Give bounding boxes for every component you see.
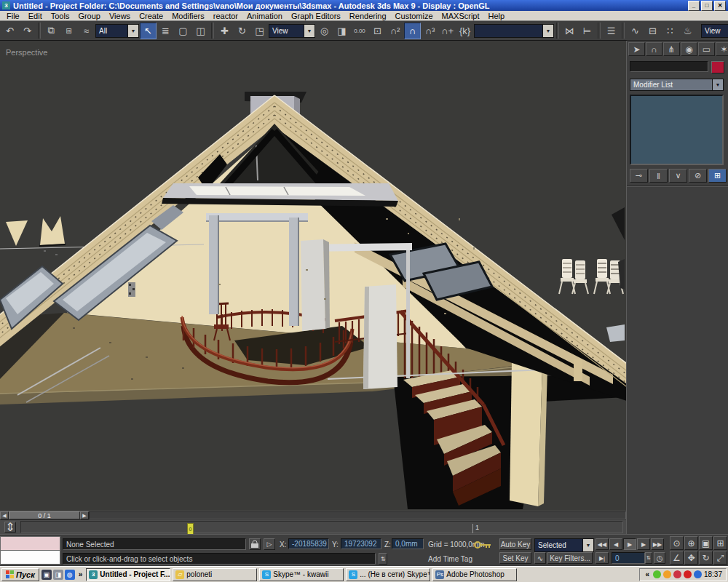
field-of-view-button[interactable]: ∠ xyxy=(670,551,684,565)
close-button[interactable]: ✕ xyxy=(714,1,726,11)
maximize-button[interactable]: □ xyxy=(701,1,713,11)
tray-chevron[interactable]: « xyxy=(644,570,651,578)
snaps-toggle-3d-icon[interactable]: ∩³ xyxy=(422,23,438,39)
time-slider-right-arrow[interactable]: ▶ xyxy=(80,511,89,519)
viewport-label[interactable]: Perspective xyxy=(6,48,47,57)
menu-item-animation[interactable]: Animation xyxy=(242,12,287,20)
select-by-name-icon[interactable]: ≣ xyxy=(157,23,174,39)
go-to-end-button[interactable]: ▶▶ xyxy=(651,538,664,550)
bind-to-space-warp-icon[interactable]: ≈ xyxy=(78,23,95,39)
menu-item-tools[interactable]: Tools xyxy=(47,12,74,20)
dropdown-arrow-icon[interactable]: ▼ xyxy=(582,539,593,551)
show-end-result-button[interactable]: ‖ xyxy=(649,169,668,183)
pan-button[interactable]: ✥ xyxy=(684,551,698,565)
tab-create[interactable]: ➤ xyxy=(628,42,645,56)
z-coordinate-field[interactable]: 0,0mm xyxy=(392,538,424,549)
quicklaunch-icon-3[interactable]: ◍ xyxy=(65,570,75,580)
start-button[interactable]: Пуск xyxy=(1,568,39,581)
menu-item-views[interactable]: Views xyxy=(105,12,135,20)
select-and-scale-icon[interactable]: ◳ xyxy=(251,23,268,39)
pin-stack-button[interactable]: ⊸ xyxy=(630,169,648,183)
auto-key-button[interactable]: Auto Key xyxy=(499,538,531,550)
task-poloneti[interactable]: ▱poloneti xyxy=(173,568,257,581)
task-3dsmax[interactable]: 3Untitled - Project F... xyxy=(86,568,170,581)
menu-item-file[interactable]: File xyxy=(2,12,24,20)
set-key-button[interactable]: Set Key xyxy=(499,552,531,564)
dropdown-arrow-icon[interactable]: ▼ xyxy=(712,79,723,90)
material-editor-icon[interactable]: ∷ xyxy=(662,23,678,39)
window-crossing-icon[interactable]: ◫ xyxy=(192,23,209,39)
next-frame-button[interactable]: ▶ xyxy=(637,538,650,550)
mirror-icon[interactable]: ⋈ xyxy=(561,23,578,39)
modifier-stack[interactable] xyxy=(630,95,724,165)
angle-snap-icon[interactable]: {k} xyxy=(456,23,473,39)
layer-manager-icon[interactable]: ☰ xyxy=(603,23,620,39)
maximize-viewport-button[interactable]: ⤢ xyxy=(713,551,727,565)
remove-modifier-button[interactable]: ⊘ xyxy=(689,169,707,183)
select-and-manipulate-icon[interactable]: ◨ xyxy=(333,23,350,39)
modifier-list-dropdown[interactable]: Modifier List ▼ xyxy=(630,79,724,91)
menu-item-customize[interactable]: Customize xyxy=(391,12,438,20)
tab-hierarchy[interactable]: ⋔ xyxy=(663,42,680,56)
object-color-swatch[interactable] xyxy=(711,61,724,73)
unlink-selection-icon[interactable]: ⧈ xyxy=(60,23,77,39)
dropdown-arrow-icon[interactable]: ▼ xyxy=(127,25,138,37)
quicklaunch-icon-1[interactable]: ▣ xyxy=(41,570,52,580)
tray-icon-1[interactable] xyxy=(653,570,661,578)
selection-filter-dropdown[interactable]: All ▼ xyxy=(95,24,139,38)
menu-item-help[interactable]: Help xyxy=(484,12,510,20)
undo-icon[interactable]: ↶ xyxy=(1,23,18,39)
task-photoshop[interactable]: PsAdobe Photoshop xyxy=(432,568,517,581)
dropdown-arrow-icon[interactable]: ▼ xyxy=(542,25,553,37)
zoom-button[interactable]: ⊙ xyxy=(670,536,684,550)
menu-item-create[interactable]: Create xyxy=(135,12,167,20)
prompt-spinner[interactable]: ⇅ xyxy=(379,553,387,565)
tray-icon-3[interactable] xyxy=(673,570,681,578)
tab-modify[interactable]: ∩ xyxy=(646,42,662,56)
reference-coordinate-dropdown[interactable]: View ▼ xyxy=(269,24,315,38)
menu-item-modifiers[interactable]: Modifiers xyxy=(167,12,209,20)
menu-item-maxscript[interactable]: MAXScript xyxy=(438,12,484,20)
zoom-all-button[interactable]: ⊕ xyxy=(684,536,698,550)
object-name-field[interactable] xyxy=(630,61,708,72)
snaps-toggle-25d-icon[interactable]: ∩ xyxy=(404,23,421,39)
current-frame-field[interactable]: 0 xyxy=(612,552,645,564)
tab-display[interactable]: ▭ xyxy=(698,42,715,56)
perspective-viewport[interactable]: Perspective xyxy=(0,41,626,511)
maxscript-mini-listener[interactable] xyxy=(0,550,60,565)
select-and-link-icon[interactable]: ⧉ xyxy=(43,23,60,39)
spinner-snap-icon[interactable]: ∩+ xyxy=(439,23,456,39)
time-configuration-button[interactable]: ◷ xyxy=(654,552,665,564)
make-unique-button[interactable]: ∨ xyxy=(669,169,687,183)
named-selection-sets-dropdown[interactable]: ▼ xyxy=(474,24,554,38)
use-pivot-point-center-icon[interactable]: ◎ xyxy=(316,23,333,39)
time-slider-left-arrow[interactable]: ◀ xyxy=(0,511,9,519)
render-type-dropdown[interactable]: View ▼ xyxy=(701,24,728,38)
menu-item-group[interactable]: Group xyxy=(74,12,105,20)
key-mode-toggle[interactable]: ▶| xyxy=(596,552,609,564)
minimize-button[interactable]: _ xyxy=(688,1,700,11)
add-time-tag[interactable]: Add Time Tag xyxy=(428,555,472,563)
curve-editor-icon[interactable]: ∿ xyxy=(627,23,644,39)
keyboard-shortcut-override-icon[interactable]: ⊡ xyxy=(369,23,386,39)
track-bar-ruler[interactable]: 0 1 xyxy=(20,521,623,533)
select-object-icon[interactable]: ↖ xyxy=(140,23,157,39)
tray-icon-4[interactable] xyxy=(684,570,692,578)
schematic-view-icon[interactable]: ⊟ xyxy=(644,23,661,39)
quick-launch-overflow-chevron[interactable]: » xyxy=(77,570,84,578)
rectangular-selection-region-icon[interactable]: ▢ xyxy=(175,23,191,39)
zoom-extents-all-button[interactable]: ⊞ xyxy=(713,536,727,550)
task-skype-kwawii[interactable]: SSkype™ - kwawii xyxy=(259,568,344,581)
x-coordinate-field[interactable]: -20185839 xyxy=(288,538,329,549)
dropdown-arrow-icon[interactable]: ▼ xyxy=(304,25,314,37)
zoom-extents-button[interactable]: ▣ xyxy=(699,536,713,550)
tab-utilities[interactable]: ✶ xyxy=(716,42,728,56)
menu-item-rendering[interactable]: Rendering xyxy=(345,12,391,20)
select-and-move-icon[interactable]: ✚ xyxy=(216,23,233,39)
absolute-offset-toggle[interactable]: ▷ xyxy=(264,538,275,550)
menu-item-reactor[interactable]: reactor xyxy=(209,12,242,20)
default-in-out-tangents-button[interactable]: ∿ xyxy=(534,552,546,564)
arc-rotate-button[interactable]: ↻ xyxy=(699,551,713,565)
menu-item-edit[interactable]: Edit xyxy=(24,12,47,20)
tab-motion[interactable]: ◉ xyxy=(681,42,697,56)
